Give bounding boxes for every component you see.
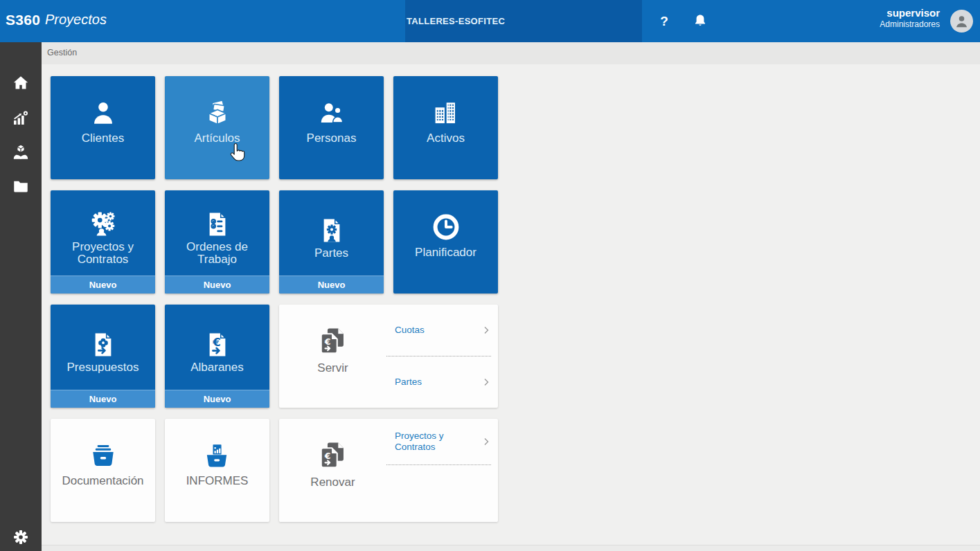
articles-box-icon: [203, 98, 232, 127]
tile-label: Partes: [310, 247, 353, 260]
servir-links: Cuotas Partes: [386, 305, 498, 408]
svg-text:€: €: [323, 451, 330, 461]
renovar-module[interactable]: € Renovar: [279, 419, 386, 522]
doc-euro-arrow-icon: €: [203, 330, 232, 359]
stats-icon[interactable]: [12, 109, 30, 127]
breadcrumb-label: Gestión: [47, 48, 77, 57]
tile-presupuestos[interactable]: Presupuestos Nuevo: [51, 305, 155, 408]
tile-albaranes[interactable]: € Albaranes Nuevo: [165, 305, 269, 408]
tile-articulos[interactable]: Artículos: [165, 76, 269, 179]
documents-euro-icon: €: [317, 440, 349, 471]
servir-module[interactable]: € Servir: [279, 305, 386, 408]
tile-label: Proyectos y Contratos: [51, 241, 155, 266]
avatar[interactable]: [950, 10, 973, 33]
user-menu[interactable]: supervisor Administradores: [880, 7, 940, 30]
page-title: Proyectos: [45, 12, 107, 28]
content-bottom-edge: [42, 545, 980, 551]
chevron-right-icon: [481, 377, 491, 387]
link-proyectos-contratos[interactable]: Proyectos y Contratos: [386, 419, 491, 465]
tile-ordenes-trabajo[interactable]: Ordenes de Trabajo Nuevo: [165, 190, 269, 293]
company-name: TALLERES-ESOFITEC: [407, 16, 505, 26]
notifications-bell-icon[interactable]: [691, 12, 709, 30]
checklist-doc-icon: [203, 210, 232, 239]
left-sidebar: [0, 42, 42, 551]
svg-text:€: €: [212, 336, 221, 349]
chevron-right-icon: [481, 325, 491, 335]
documents-euro-icon: €: [317, 325, 349, 357]
report-box-icon: [202, 441, 231, 470]
top-header: S360 Proyectos TALLERES-ESOFITEC ? super…: [0, 0, 980, 42]
tile-documentacion[interactable]: Documentación: [51, 419, 155, 522]
tile-label: Presupuestos: [63, 361, 143, 374]
tile-label: Clientes: [78, 132, 128, 145]
tile-activos[interactable]: Activos: [393, 76, 498, 179]
module-grid: Clientes Artículos Personas Activos: [51, 76, 498, 522]
svg-text:€: €: [323, 336, 330, 347]
tile-label: INFORMES: [182, 475, 253, 487]
doc-gear-person-icon: [317, 216, 346, 245]
services-icon[interactable]: [12, 143, 30, 161]
tile-informes[interactable]: INFORMES: [165, 419, 269, 522]
clock-icon: [431, 213, 461, 242]
user-role: Administradores: [880, 19, 940, 30]
tile-proyectos-contratos[interactable]: Proyectos y Contratos Nuevo: [51, 190, 155, 293]
card-label: Renovar: [310, 476, 355, 489]
breadcrumb: Gestión: [42, 42, 980, 64]
tile-personas[interactable]: Personas: [279, 76, 384, 179]
renovar-links: Proyectos y Contratos: [386, 419, 498, 522]
tile-label: Activos: [422, 132, 469, 145]
tile-partes[interactable]: Partes Nuevo: [279, 190, 384, 293]
link-partes[interactable]: Partes: [386, 356, 491, 408]
renovar-card: € Renovar Proyectos y Contratos: [279, 419, 498, 522]
tile-label: Ordenes de Trabajo: [165, 241, 269, 266]
nuevo-button[interactable]: Nuevo: [51, 276, 155, 293]
link-cuotas[interactable]: Cuotas: [386, 305, 491, 356]
folder-icon[interactable]: [12, 177, 30, 195]
nuevo-button[interactable]: Nuevo: [165, 276, 269, 293]
home-icon[interactable]: [12, 74, 30, 92]
gears-person-icon: [89, 210, 118, 239]
tile-label: Artículos: [190, 132, 244, 145]
doc-gear-arrow-icon: [89, 330, 118, 359]
nuevo-button[interactable]: Nuevo: [279, 276, 384, 293]
archive-box-icon: [89, 441, 118, 470]
tile-label: Planificador: [411, 246, 481, 259]
people-icon: [317, 98, 346, 127]
tile-label: Albaranes: [186, 361, 248, 374]
user-name: supervisor: [880, 7, 940, 19]
links-empty-area: [386, 465, 491, 522]
servir-card: € Servir Cuotas Partes: [279, 305, 498, 408]
tile-label: Personas: [303, 132, 361, 145]
card-label: Servir: [317, 361, 348, 375]
chevron-right-icon: [481, 437, 491, 446]
settings-gear-icon[interactable]: [12, 528, 30, 546]
person-icon: [89, 98, 118, 127]
tile-label: Documentación: [57, 475, 148, 487]
tile-clientes[interactable]: Clientes: [51, 76, 155, 179]
tile-planificador[interactable]: Planificador: [393, 190, 498, 293]
help-icon[interactable]: ?: [654, 11, 675, 32]
app-logo: S360: [6, 12, 40, 28]
buildings-icon: [431, 98, 461, 127]
nuevo-button[interactable]: Nuevo: [51, 390, 155, 408]
nuevo-button[interactable]: Nuevo: [165, 390, 269, 408]
